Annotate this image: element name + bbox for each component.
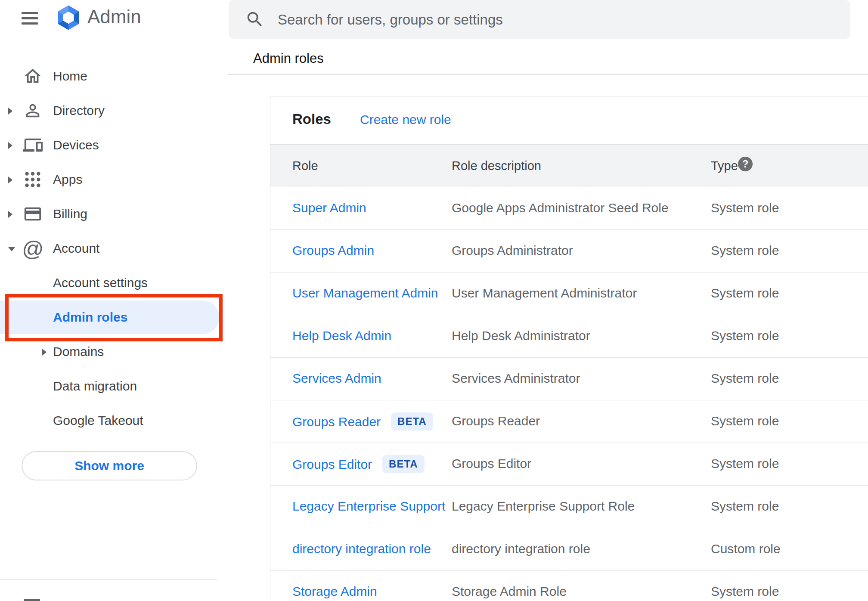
caret-right-icon[interactable] [42,349,46,357]
sidebar-subitem-label: Data migration [53,379,137,393]
role-description-cell: Google Apps Administrator Seed Role [452,201,669,215]
roles-card: Roles Create new role Role Role descript… [270,96,868,601]
role-type-cell: System role [711,371,779,386]
column-header-role: Role [292,159,318,173]
sidebar-item-home[interactable]: Home [0,59,229,93]
sidebar-item-apps[interactable]: Apps [0,162,229,197]
table-row: Groups AdminGroups AdministratorSystem r… [270,230,868,273]
role-cell: Groups EditorBETA [292,456,425,474]
home-icon [23,66,43,86]
sidebar-item-label: Home [53,69,87,84]
role-cell: Groups ReaderBETA [292,414,433,432]
role-description-cell: User Management Administrator [452,286,637,300]
sidebar-item-label: Billing [53,207,87,221]
role-description-cell: Help Desk Administrator [452,328,590,343]
search-icon [245,9,265,29]
caret-right-icon[interactable] [8,177,12,185]
role-description-cell: Legacy Enterprise Support Role [452,499,635,514]
role-cell: Groups Admin [292,243,374,258]
role-cell: Help Desk Admin [292,328,391,343]
role-link[interactable]: Groups Admin [292,243,374,257]
role-type-cell: System role [711,584,779,599]
table-row: Services AdminServices AdministratorSyst… [270,358,868,400]
table-row: Help Desk AdminHelp Desk AdministratorSy… [270,315,868,358]
help-icon[interactable]: ? [738,157,753,171]
role-link[interactable]: Super Admin [292,201,366,215]
role-type-cell: System role [711,328,779,343]
beta-badge: BETA [382,455,425,473]
table-row: Groups ReaderBETAGroups ReaderSystem rol… [270,400,868,443]
caret-down-icon[interactable] [8,245,15,253]
role-type-cell: System role [711,499,779,514]
sidebar-item-label: Account [53,241,99,256]
role-link[interactable]: User Management Admin [292,286,438,300]
apps-grid-icon [23,170,43,189]
role-link[interactable]: Groups Editor [292,457,372,471]
role-link[interactable]: directory integration role [292,542,431,556]
role-cell: directory integration role [292,542,431,556]
admin-hexagon-logo[interactable] [55,4,82,31]
search-input[interactable] [277,0,838,40]
sidebar-subitem-label: Domains [53,344,104,359]
table-row: User Management AdminUser Management Adm… [270,273,868,315]
caret-right-icon[interactable] [8,142,12,151]
sidebar-item-label: Directory [53,103,105,118]
role-description-cell: Groups Administrator [452,243,573,258]
role-description-cell: Groups Editor [452,456,531,471]
role-description-cell: directory integration role [452,542,590,556]
sidebar-item-devices[interactable]: Devices [0,128,229,162]
table-row: Legacy Enterprise SupportLegacy Enterpri… [270,486,868,528]
role-type-cell: System role [711,201,779,215]
role-type-cell: System role [711,243,779,258]
table-row: Groups EditorBETAGroups EditorSystem rol… [270,443,868,486]
sidebar-item-directory[interactable]: Directory [0,93,229,128]
role-description-cell: Services Administrator [452,371,580,386]
credit-card-icon [23,204,43,224]
role-cell: Legacy Enterprise Support [292,499,445,514]
role-link[interactable]: Legacy Enterprise Support [292,499,445,513]
search-bar[interactable] [229,0,850,39]
sidebar-item-label: Devices [53,138,99,152]
sidebar-item-billing[interactable]: Billing [0,197,229,231]
role-link[interactable]: Storage Admin [292,584,377,598]
role-cell: Services Admin [292,371,381,386]
role-description-cell: Storage Admin Role [452,584,567,599]
admin-console-page: Admin Admin roles HomeDirectoryDevicesAp… [0,0,868,601]
role-type-cell: System role [711,456,779,471]
hamburger-icon[interactable] [22,10,39,26]
column-header-type: Type [711,159,738,173]
create-new-role-link[interactable]: Create new role [360,112,451,127]
table-row: Super AdminGoogle Apps Administrator See… [270,187,868,230]
sidebar-item-account[interactable]: @Account [0,231,229,266]
role-type-cell: Custom role [711,542,781,556]
show-more-button[interactable]: Show more [22,451,197,480]
role-link[interactable]: Groups Reader [292,415,381,429]
sidebar-subitem-data-migration[interactable]: Data migration [0,369,229,403]
sidebar-item-label: Apps [53,172,82,187]
at-sign-icon: @ [22,236,44,261]
sidebar-nav: HomeDirectoryDevicesAppsBilling@Account [0,59,229,266]
annotation-box [5,294,223,341]
role-link[interactable]: Help Desk Admin [292,328,391,343]
caret-right-icon[interactable] [8,211,12,220]
role-link[interactable]: Services Admin [292,371,381,385]
table-row: directory integration roledirectory inte… [270,528,868,571]
sidebar-subitem-label: Account settings [53,276,148,290]
sidebar-subnav: Account settingsAdmin rolesDomainsData m… [0,266,229,438]
page-title: Admin roles [253,51,324,66]
devices-icon [23,135,43,155]
table-row: Storage AdminStorage Admin RoleSystem ro… [270,571,868,601]
card-title: Roles [292,111,331,127]
role-type-cell: System role [711,414,779,428]
sidebar-subitem-google-takeout[interactable]: Google Takeout [0,403,229,438]
sidebar-subitem-admin-roles[interactable]: Admin roles [0,300,229,335]
table-body: Super AdminGoogle Apps Administrator See… [270,187,868,601]
person-icon [23,101,43,121]
role-type-cell: System role [711,286,779,300]
role-cell: Super Admin [292,201,366,215]
column-header-description: Role description [452,159,541,173]
role-description-cell: Groups Reader [452,414,540,428]
roles-card-header: Roles Create new role [270,96,868,144]
caret-right-icon[interactable] [8,108,12,116]
beta-badge: BETA [391,412,433,431]
